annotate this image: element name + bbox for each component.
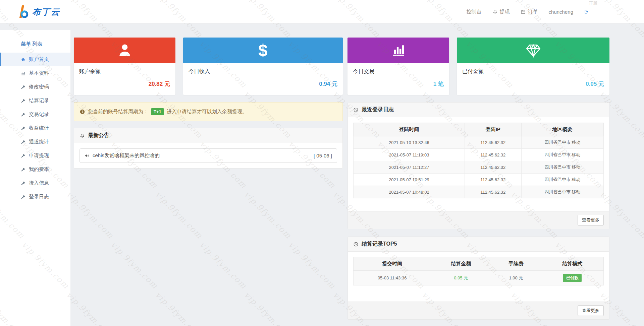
card-header: $ — [183, 38, 343, 63]
column-header: 结算模式 — [541, 257, 604, 271]
announcement-item[interactable]: cehis发货啥框架来的风控啥的 [ 05-06 ] — [79, 148, 337, 163]
dollar-icon: $ — [258, 42, 268, 59]
sidebar-header: 菜单 列表 — [0, 30, 70, 53]
speaker-icon — [85, 153, 90, 158]
key-icon — [20, 112, 26, 117]
calendar-icon — [521, 9, 526, 14]
sidebar-item-label: 账户首页 — [29, 56, 49, 63]
settlement-more-button[interactable]: 查看更多 — [578, 305, 604, 316]
key-icon — [20, 126, 26, 131]
sidebar-item-change-password[interactable]: 修改密码 — [0, 80, 70, 94]
cell-login-ip: 112.45.62.32 — [465, 174, 521, 186]
sidebar-item-login-log[interactable]: 登录日志 — [0, 190, 70, 204]
cell-region: 四川省巴中市 移动 — [521, 186, 603, 198]
logout-button[interactable] — [584, 9, 589, 14]
brand-text: 布丁云 — [32, 6, 60, 17]
t1-badge: T+1 — [151, 108, 164, 115]
key-icon — [20, 140, 26, 144]
card-title: 账户余额 — [79, 68, 170, 75]
sidebar-item-my-rates[interactable]: 我的费率 — [0, 162, 70, 176]
sidebar-item-label: 通道统计 — [29, 139, 49, 145]
login-log-panel-header: 最近登录日志 — [348, 103, 609, 117]
panel-title: 结算记录TOP5 — [362, 241, 397, 248]
cell-login-time: 2021-05-07 10:48:02 — [354, 186, 465, 198]
navbar: 布丁云 控制台 提现 订单 chuncheng — [0, 0, 644, 23]
bar-chart-icon — [20, 71, 26, 76]
sidebar-item-label: 基本资料 — [29, 70, 49, 76]
logout-icon — [584, 9, 589, 14]
column-header: 结算金额 — [431, 257, 491, 271]
sidebar-item-settlement-records[interactable]: 结算记录 — [0, 94, 70, 108]
cell-login-ip: 112.45.62.32 — [465, 186, 521, 198]
card-account-balance: 账户余额 20.82 元 — [74, 38, 175, 95]
cell-login-time: 2021-05-10 13:32:46 — [354, 136, 465, 149]
login-log-table: 登陆时间 登陆IP 地区概要 2021-05-10 13:32:46 112.4… — [353, 123, 604, 198]
nav-withdraw[interactable]: 提现 — [492, 9, 510, 15]
key-icon — [20, 167, 26, 172]
table-row: 2021-05-07 11:12:27 112.45.62.32 四川省巴中市 … — [354, 161, 604, 174]
cell-login-ip: 112.45.62.32 — [465, 149, 521, 161]
card-title: 已付金额 — [462, 68, 604, 75]
key-icon — [20, 195, 26, 199]
column-header: 登陆IP — [465, 123, 521, 136]
user-icon — [117, 42, 133, 58]
announcement-date: [ 05-06 ] — [314, 153, 332, 158]
login-log-more-button[interactable]: 查看更多 — [578, 215, 604, 225]
chart-bars-icon — [391, 43, 406, 58]
cell-region: 四川省巴中市 移动 — [521, 136, 603, 149]
sidebar-item-apply-withdraw[interactable]: 申请提现 — [0, 149, 70, 162]
card-header — [457, 38, 609, 63]
sidebar-item-access-info[interactable]: 接入信息 — [0, 176, 70, 190]
nav-username[interactable]: chuncheng — [549, 9, 573, 15]
sidebar-item-label: 申请提现 — [29, 152, 49, 159]
card-header — [74, 38, 175, 63]
navbar-menu: 控制台 提现 订单 chuncheng — [456, 0, 589, 23]
settlement-panel-header: 结算记录TOP5 — [348, 237, 609, 252]
sidebar-item-label: 登录日志 — [29, 194, 49, 200]
sidebar: 菜单 列表 账户首页 基本资料 修改密码 结算记录 交易记录 收益统计 通道统计… — [0, 30, 70, 326]
cell-region: 四川省巴中市 移动 — [521, 149, 603, 161]
card-today-income: $ 今日收入 0.94 元 — [183, 38, 343, 95]
bell-icon — [79, 133, 85, 138]
corner-watermark: 正版 — [589, 0, 598, 6]
cell-login-ip: 112.45.62.32 — [465, 136, 521, 149]
sidebar-item-transaction-records[interactable]: 交易记录 — [0, 108, 70, 121]
table-row: 2021-05-07 10:51:29 112.45.62.32 四川省巴中市 … — [354, 174, 604, 186]
cell-settle-amount: 0.05 元 — [431, 271, 491, 285]
sidebar-item-account-home[interactable]: 账户首页 — [0, 53, 70, 66]
card-value: 0.94 元 — [189, 80, 337, 88]
key-icon — [20, 85, 26, 89]
table-row: 2021-05-07 10:48:02 112.45.62.32 四川省巴中市 … — [354, 186, 604, 198]
sidebar-item-label: 修改密码 — [29, 84, 49, 90]
key-icon — [20, 181, 26, 186]
brand[interactable]: 布丁云 — [17, 5, 60, 19]
bell-icon — [492, 9, 498, 14]
card-paid-amount: 已付金额 0.05 元 — [457, 38, 609, 95]
cell-settle-mode: 已付款 — [541, 271, 604, 285]
card-value: 1 笔 — [353, 80, 444, 88]
stat-cards: 账户余额 20.82 元 $ 今日收入 0.94 元 今日交易 1 笔 — [74, 38, 609, 95]
sidebar-item-income-stats[interactable]: 收益统计 — [0, 121, 70, 135]
card-title: 今日收入 — [189, 68, 337, 75]
card-today-transactions: 今日交易 1 笔 — [347, 38, 449, 95]
key-icon — [20, 153, 26, 158]
card-value: 20.82 元 — [79, 80, 170, 88]
clock-icon — [353, 107, 359, 113]
nav-console[interactable]: 控制台 — [467, 9, 482, 15]
sidebar-item-label: 收益统计 — [29, 125, 49, 131]
nav-orders[interactable]: 订单 — [521, 9, 538, 15]
login-log-panel: 最近登录日志 登陆时间 登陆IP 地区概要 — [347, 102, 609, 229]
card-value: 0.05 元 — [462, 80, 604, 88]
cell-login-time: 2021-05-07 10:51:29 — [354, 174, 465, 186]
paid-status-badge: 已付款 — [563, 274, 582, 282]
sidebar-item-channel-stats[interactable]: 通道统计 — [0, 135, 70, 149]
card-header — [347, 38, 449, 63]
panel-title: 最新公告 — [88, 132, 109, 139]
sidebar-item-basic-info[interactable]: 基本资料 — [0, 66, 70, 80]
cell-submit-time: 05-03 11:43:36 — [354, 271, 431, 285]
cell-login-time: 2021-05-07 11:19:03 — [354, 149, 465, 161]
cell-fee: 1.00 元 — [491, 271, 541, 285]
card-title: 今日交易 — [353, 68, 444, 75]
column-header: 提交时间 — [354, 257, 431, 271]
home-icon — [20, 57, 26, 62]
